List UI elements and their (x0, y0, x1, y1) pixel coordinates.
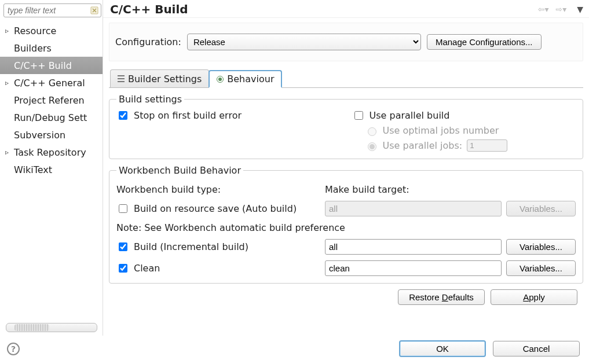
clean-input[interactable] (119, 264, 127, 273)
main: C/C++ Build ⇦▾ ⇨▾ ▼ Configuration: Relea… (103, 0, 589, 336)
workbench-col2-header: Make build target: (325, 184, 502, 195)
workbench-col1-header: Workbench build type: (116, 184, 320, 195)
stop-on-first-error-checkbox[interactable]: Stop on first build error (116, 109, 341, 122)
help-icon[interactable]: ? (7, 343, 20, 355)
manage-configurations-button[interactable]: Manage Configurations... (427, 34, 542, 50)
nav-item-ccpp-build[interactable]: C/C++ Build (0, 57, 103, 74)
radio-label: Use optimal jobs number (383, 125, 499, 136)
checkbox-label: Build on resource save (Auto build) (134, 203, 297, 214)
tab-label: Behaviour (227, 73, 274, 84)
nav-label: Run/Debug Sett (10, 112, 87, 123)
parallel-jobs-spinner (467, 139, 507, 152)
nav-item-ccpp-general[interactable]: ▹ C/C++ General (0, 74, 103, 91)
tab-behaviour[interactable]: Behaviour (208, 70, 282, 88)
nav-item-wikitext[interactable]: WikiText (0, 161, 103, 178)
use-parallel-build-checkbox[interactable]: Use parallel build (352, 109, 576, 122)
sidebar-hscroll[interactable] (6, 323, 97, 332)
page-title: C/C++ Build (110, 2, 538, 16)
clear-filter-icon[interactable] (90, 6, 99, 15)
auto-build-input[interactable] (119, 204, 127, 213)
cancel-button[interactable]: Cancel (493, 341, 580, 356)
nav-label: Resource (10, 25, 56, 36)
forward-icon[interactable]: ⇨▾ (555, 5, 566, 14)
workbench-build-behavior-group: Workbench Build Behavior Workbench build… (109, 165, 583, 284)
nav-label: WikiText (10, 164, 52, 175)
auto-build-checkbox[interactable]: Build on resource save (Auto build) (116, 203, 320, 215)
view-menu-icon[interactable]: ▼ (577, 5, 583, 14)
nav-label: C/C++ Build (10, 60, 72, 71)
checkbox-label: Clean (134, 263, 160, 274)
configuration-label: Configuration: (115, 36, 181, 47)
stop-on-first-error-input[interactable] (119, 111, 127, 120)
back-icon[interactable]: ⇦▾ (538, 5, 549, 14)
build-settings-group: Build settings Stop on first build error (109, 94, 583, 159)
incremental-build-checkbox[interactable]: Build (Incremental build) (116, 241, 320, 253)
checkbox-label: Stop on first build error (134, 110, 242, 121)
incremental-build-target-input[interactable] (325, 239, 502, 255)
dialog-footer: ? OK Cancel (0, 336, 589, 364)
restore-defaults-button[interactable]: Restore Defaults (398, 289, 485, 305)
checkbox-label: Use parallel build (370, 110, 450, 121)
incremental-build-input[interactable] (119, 242, 127, 251)
configuration-select[interactable]: Release (187, 34, 421, 50)
use-parallel-build-input[interactable] (354, 111, 363, 120)
build-settings-legend: Build settings (116, 94, 184, 105)
expand-icon[interactable]: ▹ (3, 148, 10, 156)
nav-label: Builders (10, 43, 52, 54)
nav-item-run-debug-settings[interactable]: Run/Debug Sett (0, 109, 103, 126)
tabs: Builder Settings Behaviour (109, 69, 583, 88)
incremental-build-variables-button[interactable]: Variables... (506, 239, 576, 255)
radio-label: Use parallel jobs: (383, 140, 463, 151)
filter-input[interactable] (3, 3, 101, 17)
apply-button[interactable]: Apply (491, 289, 577, 305)
nav-item-task-repository[interactable]: ▹ Task Repository (0, 144, 103, 161)
workbench-legend: Workbench Build Behavior (116, 165, 243, 176)
expand-icon[interactable]: ▹ (3, 27, 10, 35)
auto-build-note: Note: See Workbench automatic build pref… (116, 222, 576, 233)
use-parallel-jobs-radio: Use parallel jobs: (352, 139, 576, 152)
nav-tree: ▹ Resource Builders C/C++ Build ▹ C/C++ … (0, 20, 103, 322)
list-icon (118, 75, 125, 82)
clean-checkbox[interactable]: Clean (116, 262, 320, 274)
clean-target-input[interactable] (325, 260, 502, 276)
auto-build-variables-button: Variables... (506, 201, 576, 216)
clean-variables-button[interactable]: Variables... (506, 260, 576, 276)
sidebar: ▹ Resource Builders C/C++ Build ▹ C/C++ … (0, 0, 103, 336)
nav-item-resource[interactable]: ▹ Resource (0, 22, 103, 39)
tab-builder-settings[interactable]: Builder Settings (110, 69, 209, 87)
configuration-bar: Configuration: Release Manage Configurat… (109, 23, 583, 61)
use-optimal-jobs-radio: Use optimal jobs number (352, 125, 576, 136)
nav-label: Task Repository (10, 147, 86, 158)
auto-build-target-input (325, 201, 502, 216)
radio-icon (217, 76, 224, 83)
nav-label: C/C++ General (10, 78, 85, 89)
ok-button[interactable]: OK (399, 340, 486, 357)
use-parallel-jobs-input (368, 142, 376, 151)
nav-item-project-references[interactable]: Project Referen (0, 91, 103, 109)
checkbox-label: Build (Incremental build) (134, 241, 248, 252)
nav-label: Project Referen (10, 95, 85, 106)
expand-icon[interactable]: ▹ (3, 79, 10, 87)
use-optimal-jobs-input (368, 127, 376, 136)
nav-item-subversion[interactable]: Subversion (0, 126, 103, 144)
nav-item-builders[interactable]: Builders (0, 39, 103, 57)
tab-label: Builder Settings (128, 73, 202, 84)
history-nav: ⇦▾ ⇨▾ ▼ (538, 5, 583, 14)
nav-label: Subversion (10, 130, 65, 141)
